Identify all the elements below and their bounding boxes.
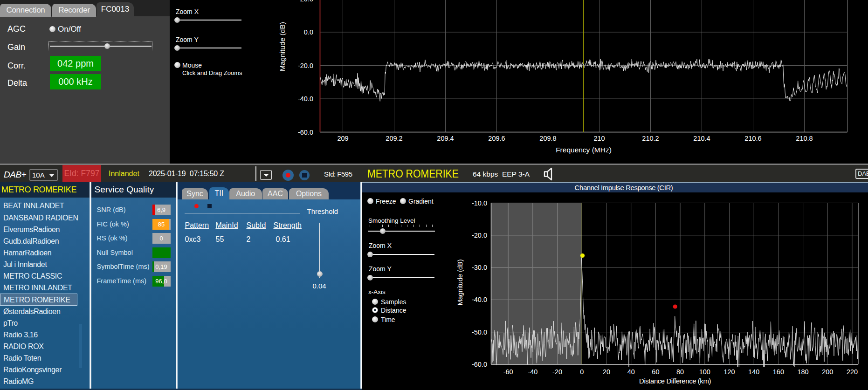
svg-text:210: 210	[593, 135, 605, 142]
svg-text:-50.0: -50.0	[472, 328, 487, 336]
svg-text:120: 120	[723, 368, 735, 376]
svg-text:180: 180	[797, 368, 808, 376]
svg-text:-20: -20	[552, 368, 562, 376]
svg-text:210.8: 210.8	[796, 135, 813, 142]
svg-text:209.4: 209.4	[437, 135, 454, 142]
svg-text:220: 220	[847, 368, 858, 376]
svg-text:210.6: 210.6	[744, 135, 761, 142]
svg-text:209.6: 209.6	[488, 135, 505, 142]
svg-text:160: 160	[773, 368, 784, 376]
svg-text:-40.0: -40.0	[472, 296, 487, 303]
svg-text:Frequency (MHz): Frequency (MHz)	[556, 146, 612, 154]
svg-text:209.2: 209.2	[386, 135, 402, 142]
svg-text:0.0: 0.0	[304, 28, 313, 36]
svg-text:-20.0: -20.0	[298, 62, 313, 69]
svg-text:209: 209	[337, 135, 348, 142]
svg-text:-40: -40	[528, 368, 537, 376]
svg-text:0: 0	[580, 368, 584, 376]
svg-text:-60: -60	[503, 368, 513, 376]
svg-text:20: 20	[603, 368, 610, 376]
svg-text:60: 60	[652, 368, 659, 376]
svg-text:200: 200	[822, 368, 833, 376]
svg-text:Magnitude (dB): Magnitude (dB)	[456, 259, 464, 305]
svg-text:-30.0: -30.0	[472, 264, 487, 271]
svg-text:-60.0: -60.0	[472, 361, 487, 368]
svg-text:80: 80	[676, 368, 684, 376]
svg-text:210.4: 210.4	[693, 135, 710, 142]
svg-text:140: 140	[748, 368, 759, 376]
svg-text:20.0: 20.0	[300, 0, 313, 3]
svg-text:-20.0: -20.0	[472, 232, 487, 239]
svg-text:-10.0: -10.0	[472, 199, 487, 207]
svg-text:210.2: 210.2	[642, 135, 659, 142]
svg-text:-60.0: -60.0	[298, 129, 313, 136]
svg-text:Distance Difference (km): Distance Difference (km)	[639, 377, 711, 385]
svg-text:209.8: 209.8	[539, 135, 556, 142]
svg-text:Magnitude (dB): Magnitude (dB)	[278, 22, 286, 71]
svg-text:40: 40	[627, 368, 635, 376]
svg-text:-40.0: -40.0	[298, 95, 313, 103]
svg-text:100: 100	[699, 368, 710, 376]
